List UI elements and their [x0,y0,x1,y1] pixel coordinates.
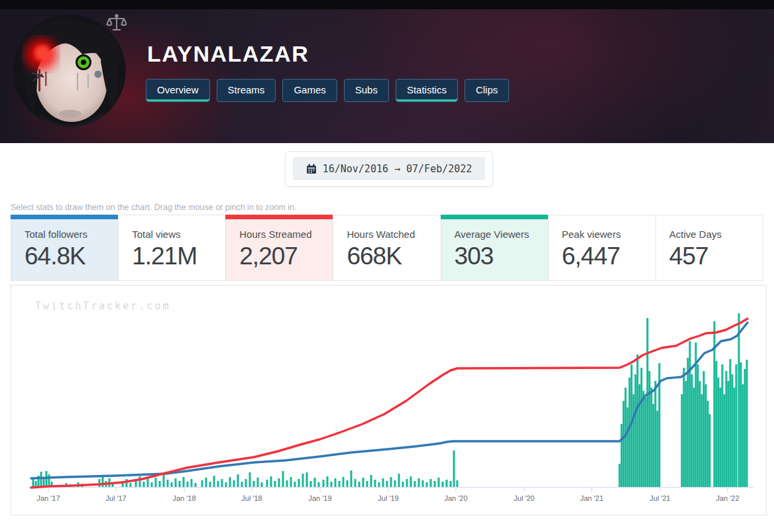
svg-text:Jul '20: Jul '20 [514,494,534,502]
stat-card-active-days[interactable]: Active Days 457 [655,215,763,281]
date-range-card: 16/Nov/2016 → 07/Feb/2022 [285,151,493,187]
stat-card-peak-viewers[interactable]: Peak viewers 6,447 [548,215,656,281]
tab-clips[interactable]: Clips [465,79,509,102]
chart-canvas[interactable]: Jan '17Jul '17Jan '18Jul '18Jan '19Jul '… [11,286,765,513]
stat-label: Active Days [669,229,757,240]
stat-value: 457 [669,243,757,270]
stats-row: Total followers 64.8K Total views 1.21M … [11,215,763,281]
svg-text:Jul '18: Jul '18 [241,494,262,502]
svg-text:Jan '20: Jan '20 [444,494,467,502]
stat-accent-bar [548,215,656,219]
stats-chart[interactable]: TwitchTracker.com Jan '17Jul '17Jan '18J… [11,285,767,515]
stat-accent-bar [333,215,441,219]
stat-label: Total views [132,229,220,240]
tab-overview[interactable]: Overview [146,79,210,102]
stat-accent-bar [11,215,119,219]
stat-label: Average Viewers [455,229,543,240]
twitchtracker-profile-page: LAYNALAZAR Overview Streams Games Subs S… [0,0,774,532]
stat-label: Peak viewers [562,229,650,240]
banner-top-strip [0,0,774,9]
svg-text:Jul '17: Jul '17 [105,494,126,502]
stat-value: 2,207 [239,243,327,270]
svg-text:Jan '21: Jan '21 [580,494,603,502]
page-title: LAYNALAZAR [147,41,309,67]
tab-bar: Overview Streams Games Subs Statistics C… [146,79,509,102]
svg-text:Jul '19: Jul '19 [378,494,398,502]
stat-value: 64.8K [25,243,113,270]
stat-card-average-viewers[interactable]: Average Viewers 303 [441,215,549,281]
stat-card-hours-streamed[interactable]: Hours Streamed 2,207 [225,215,333,281]
stat-accent-bar [225,215,333,219]
stat-card-total-views[interactable]: Total views 1.21M [118,215,226,281]
stat-label: Hours Streamed [239,229,327,240]
stat-value: 303 [455,243,543,270]
profile-banner: LAYNALAZAR Overview Streams Games Subs S… [0,0,774,143]
date-range-start: 16/Nov/2016 [323,163,388,175]
tab-statistics[interactable]: Statistics [396,79,458,102]
stat-card-total-followers[interactable]: Total followers 64.8K [11,215,119,281]
stat-accent-bar [655,215,763,219]
tab-games[interactable]: Games [282,79,337,102]
svg-text:Jan '18: Jan '18 [172,494,195,502]
svg-text:Jul '21: Jul '21 [649,494,670,502]
stat-value: 6,447 [562,243,650,270]
calendar-icon [306,164,317,174]
date-range-picker[interactable]: 16/Nov/2016 → 07/Feb/2022 [293,157,485,180]
chart-helper-text: Select stats to draw them on the chart. … [11,203,296,212]
tab-streams[interactable]: Streams [217,79,276,102]
date-range-end: 07/Feb/2022 [406,163,472,175]
stat-accent-bar [441,215,549,219]
stat-label: Total followers [25,229,113,240]
stat-accent-bar [118,215,226,219]
svg-text:Jan '19: Jan '19 [308,494,331,502]
svg-text:Jan '22: Jan '22 [716,494,739,502]
date-range-arrow-icon: → [394,163,400,175]
svg-text:Jan '17: Jan '17 [36,494,60,502]
scales-icon [106,13,127,33]
tab-subs[interactable]: Subs [344,79,389,102]
stat-value: 1.21M [132,243,220,270]
stat-card-hours-watched[interactable]: Hours Watched 668K [333,215,441,281]
stat-label: Hours Watched [347,229,435,240]
stat-value: 668K [347,243,435,270]
